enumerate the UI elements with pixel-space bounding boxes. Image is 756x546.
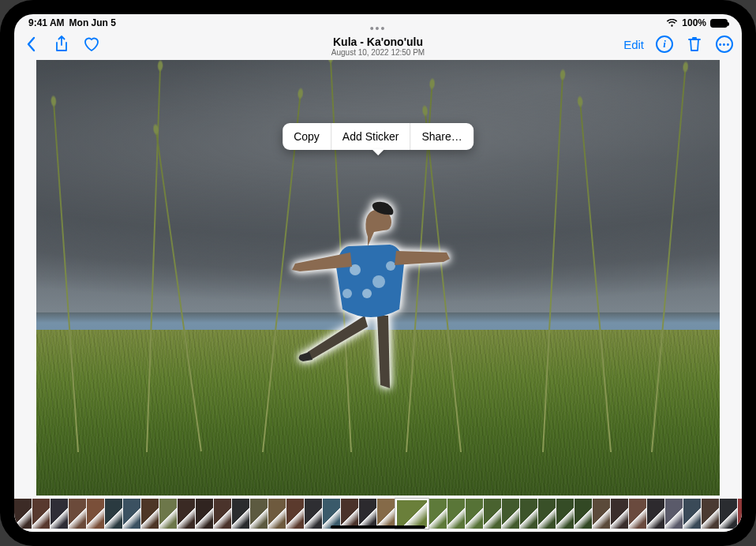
- battery-percent: 100%: [682, 17, 706, 28]
- thumbnail[interactable]: [538, 499, 556, 529]
- thumbnail[interactable]: [196, 499, 213, 529]
- thumbnail[interactable]: [377, 499, 395, 529]
- info-button[interactable]: i: [655, 35, 674, 54]
- thumbnail[interactable]: [502, 499, 519, 529]
- thumbnail[interactable]: [341, 499, 358, 529]
- app-navbar: ••• Kula - Ka'ono'ulu August 10, 2022 12…: [14, 32, 742, 60]
- thumbnail[interactable]: [484, 499, 501, 529]
- back-button[interactable]: [22, 35, 41, 54]
- battery-icon: [710, 19, 728, 28]
- thumbnail[interactable]: [32, 499, 50, 529]
- context-add-sticker-button[interactable]: Add Sticker: [331, 123, 410, 150]
- screen: 9:41 AM Mon Jun 5 100% •••: [14, 14, 742, 532]
- thumbnail[interactable]: [429, 499, 447, 529]
- svg-point-2: [362, 289, 372, 298]
- context-copy-button[interactable]: Copy: [283, 123, 331, 150]
- thumbnail[interactable]: [69, 499, 86, 529]
- thumbnail[interactable]: [14, 499, 32, 529]
- thumbnail[interactable]: [647, 499, 664, 529]
- thumbnail[interactable]: [105, 499, 122, 529]
- thumbnail[interactable]: [629, 499, 646, 529]
- thumbnail[interactable]: [250, 499, 268, 529]
- context-share-button[interactable]: Share…: [410, 123, 473, 150]
- wifi-icon: [666, 19, 678, 28]
- thumbnail[interactable]: [683, 499, 701, 529]
- thumbnail[interactable]: [702, 499, 719, 529]
- multitask-handle-icon[interactable]: •••: [370, 22, 387, 35]
- svg-point-4: [342, 289, 352, 298]
- share-button[interactable]: [52, 35, 71, 54]
- status-time: 9:41 AM: [28, 17, 65, 28]
- home-indicator[interactable]: [331, 525, 425, 529]
- thumbnail[interactable]: [720, 499, 737, 529]
- subject-context-menu: Copy Add Sticker Share…: [283, 123, 473, 150]
- thumbnail[interactable]: [738, 499, 742, 529]
- status-date: Mon Jun 5: [69, 17, 116, 28]
- right-gutter: [720, 60, 742, 492]
- thumbnail[interactable]: [593, 499, 610, 529]
- thumbnail[interactable]: [305, 499, 322, 529]
- thumbnail[interactable]: [141, 499, 159, 529]
- thumbnail[interactable]: [447, 499, 465, 529]
- more-button[interactable]: •••: [715, 35, 734, 54]
- thumbnail[interactable]: [665, 499, 683, 529]
- thumbnail[interactable]: [159, 499, 177, 529]
- edit-button[interactable]: Edit: [623, 38, 644, 51]
- photo-datetime-subtitle: August 10, 2022 12:50 PM: [331, 48, 425, 57]
- photo-location-title: Kula - Ka'ono'ulu: [333, 36, 423, 48]
- thumbnail[interactable]: [323, 499, 340, 529]
- thumbnail-selected[interactable]: [395, 499, 429, 529]
- svg-point-3: [386, 261, 395, 271]
- thumbnail[interactable]: [574, 499, 592, 529]
- thumbnail[interactable]: [268, 499, 286, 529]
- thumbnail[interactable]: [232, 499, 249, 529]
- ipad-device-frame: 9:41 AM Mon Jun 5 100% •••: [0, 0, 756, 546]
- thumbnail[interactable]: [123, 499, 140, 529]
- thumbnail[interactable]: [359, 499, 376, 529]
- thumbnail[interactable]: [556, 499, 574, 529]
- favorite-button[interactable]: [82, 35, 101, 54]
- left-gutter: [14, 60, 36, 492]
- svg-point-1: [372, 275, 385, 288]
- thumbnail[interactable]: [51, 499, 68, 529]
- thumbnail[interactable]: [611, 499, 628, 529]
- trash-button[interactable]: [685, 35, 704, 54]
- thumbnail[interactable]: [286, 499, 304, 529]
- thumbnail[interactable]: [178, 499, 195, 529]
- thumbnail[interactable]: [87, 499, 104, 529]
- thumbnail[interactable]: [214, 499, 231, 529]
- thumbnail[interactable]: [520, 499, 537, 529]
- thumbnail[interactable]: [466, 499, 483, 529]
- lifted-subject[interactable]: [292, 191, 450, 396]
- photo-viewport[interactable]: Copy Add Sticker Share…: [36, 60, 720, 496]
